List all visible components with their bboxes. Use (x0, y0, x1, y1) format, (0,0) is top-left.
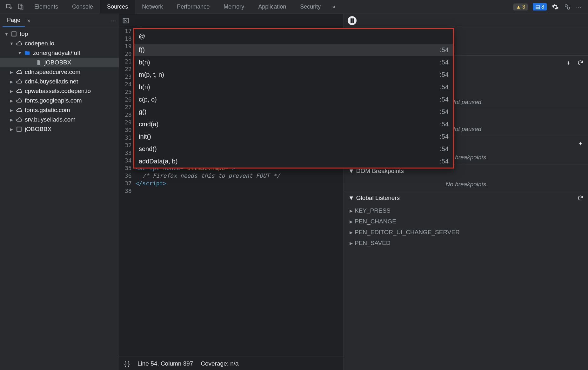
tree-item[interactable]: ▶srv.buysellads.com (0, 115, 119, 124)
tab-memory[interactable]: Memory (217, 0, 251, 14)
tree-arrow-icon: ▼ (4, 32, 8, 36)
toggle-navigator-icon[interactable] (122, 17, 129, 24)
tree-arrow-icon: ▶ (10, 108, 13, 113)
more-tabs-icon[interactable]: » (328, 3, 340, 10)
symbol-line: :54 (440, 108, 449, 116)
goto-symbol-item[interactable]: init():54 (134, 130, 453, 143)
customize-icon[interactable] (564, 3, 571, 10)
goto-symbol-item[interactable]: c(p, o):54 (134, 93, 453, 106)
tree-item[interactable]: ▶jOBOBBX (0, 124, 119, 134)
tab-elements[interactable]: Elements (27, 0, 65, 14)
symbol-label: f() (139, 46, 145, 54)
tree-item-label: jOBOBBX (44, 59, 71, 66)
symbol-line: :54 (440, 71, 449, 78)
cloud-icon (16, 107, 22, 113)
tree-item[interactable]: ▼top (0, 29, 119, 39)
tree-item-label: fonts.gstatic.com (25, 107, 70, 114)
add-watch-icon[interactable]: ＋ (565, 59, 571, 67)
tree-item[interactable]: ▶cdn.speedcurve.com (0, 67, 119, 77)
listener-item[interactable]: ▶KEY_PRESS (350, 205, 588, 216)
symbol-label: b(n) (139, 59, 150, 66)
warnings-count: 3 (522, 4, 525, 10)
settings-icon[interactable] (552, 3, 559, 10)
frame-icon (16, 126, 22, 132)
symbol-label: c(p, o) (139, 96, 157, 103)
listener-item[interactable]: ▶PEN_CHANGE (350, 216, 588, 227)
frame-icon (11, 31, 17, 37)
goto-symbol-item[interactable]: send():54 (134, 143, 453, 155)
kebab-menu-icon[interactable]: ⋯ (576, 3, 582, 10)
chevron-right-icon: ▶ (350, 208, 353, 213)
add-xhr-bp-icon[interactable]: ＋ (578, 139, 584, 148)
tab-security[interactable]: Security (293, 0, 328, 14)
symbol-label: send() (139, 145, 157, 153)
symbol-line: :54 (440, 59, 449, 66)
sidebar-menu-icon[interactable]: ⋯ (110, 17, 116, 24)
chevron-right-icon: ▶ (350, 219, 353, 224)
tree-item[interactable]: ▼zoherghadyali/full (0, 48, 119, 58)
tree-item[interactable]: ▶cpwebassets.codepen.io (0, 86, 119, 96)
tree-item[interactable]: ▶fonts.googleapis.com (0, 96, 119, 105)
tree-item-label: jOBOBBX (25, 126, 51, 133)
tab-sources[interactable]: Sources (100, 0, 135, 14)
tree-item-label: codepen.io (25, 40, 54, 47)
pretty-print-icon[interactable]: { } (124, 360, 130, 367)
listener-name: PEN_SAVED (355, 240, 391, 247)
tab-application[interactable]: Application (251, 0, 293, 14)
goto-symbol-item[interactable]: g():54 (134, 106, 453, 118)
goto-symbol-item[interactable]: f():54 (134, 44, 453, 56)
chevron-right-icon: ▶ (350, 230, 353, 235)
dom-bp-status: No breakpoints (344, 178, 588, 191)
svg-rect-6 (17, 127, 21, 131)
listener-name: PEN_EDITOR_UI_CHANGE_SERVER (355, 229, 460, 236)
symbol-line: :54 (440, 121, 449, 128)
sidebar-more-tabs-icon[interactable]: » (27, 17, 30, 24)
cloud-icon (16, 40, 22, 47)
tree-item[interactable]: ▼codepen.io (0, 39, 119, 48)
messages-badge[interactable]: ▤ 8 (533, 3, 547, 10)
svg-rect-9 (351, 18, 352, 23)
file-tree: ▼top▼codepen.io▼zoherghadyali/fulljOBOBB… (0, 27, 119, 370)
pause-button[interactable] (348, 16, 357, 25)
sources-sidebar: Page » ⋯ ▼top▼codepen.io▼zoherghadyali/f… (0, 14, 119, 370)
symbol-line: :54 (440, 145, 449, 153)
cloud-icon (16, 69, 22, 75)
tree-item[interactable]: ▶cdn4.buysellads.net (0, 77, 119, 86)
goto-symbol-popup: @ f():54b(n):54m(p, t, n):54h(n):54c(p, … (133, 28, 454, 168)
tree-arrow-icon: ▶ (10, 70, 13, 75)
device-toggle-icon[interactable] (17, 3, 24, 10)
devtools-tab-bar: ElementsConsoleSourcesNetworkPerformance… (0, 0, 588, 14)
section-global-listeners[interactable]: ▼ Global Listeners (344, 191, 588, 205)
tree-arrow-icon: ▶ (10, 79, 13, 84)
svg-rect-10 (352, 18, 354, 23)
goto-symbol-item[interactable]: m(p, t, n):54 (134, 69, 453, 81)
goto-symbol-item[interactable]: addData(a, b):54 (134, 155, 453, 168)
goto-symbol-item[interactable]: h(n):54 (134, 81, 453, 93)
refresh-listeners-icon[interactable] (577, 195, 584, 201)
cloud-icon (16, 116, 22, 123)
sidebar-tab-page[interactable]: Page (3, 14, 25, 27)
tab-performance[interactable]: Performance (170, 0, 217, 14)
tab-network[interactable]: Network (135, 0, 170, 14)
editor-status-bar: { } Line 54, Column 397 Coverage: n/a (119, 357, 344, 370)
symbol-label: m(p, t, n) (139, 71, 164, 78)
tab-console[interactable]: Console (65, 0, 100, 14)
refresh-icon[interactable] (577, 60, 584, 66)
goto-symbol-input[interactable]: @ (134, 29, 453, 44)
tree-item-label: cdn.speedcurve.com (25, 69, 80, 76)
listener-item[interactable]: ▶PEN_EDITOR_UI_CHANGE_SERVER (350, 227, 588, 238)
chevron-right-icon: ▶ (350, 241, 353, 246)
svg-rect-5 (12, 32, 16, 36)
folder-icon (24, 50, 30, 56)
goto-symbol-item[interactable]: cmd(a):54 (134, 118, 453, 130)
listener-item[interactable]: ▶PEN_SAVED (350, 238, 588, 248)
goto-symbol-item[interactable]: b(n):54 (134, 56, 453, 69)
listener-name: KEY_PRESS (355, 207, 391, 214)
inspect-icon[interactable] (6, 3, 13, 10)
symbol-line: :54 (440, 83, 449, 91)
tree-arrow-icon: ▶ (10, 127, 13, 132)
cloud-icon (16, 78, 22, 85)
tree-item[interactable]: ▶fonts.gstatic.com (0, 105, 119, 115)
warnings-badge[interactable]: ▲ 3 (513, 3, 528, 10)
tree-item[interactable]: jOBOBBX (0, 58, 119, 67)
